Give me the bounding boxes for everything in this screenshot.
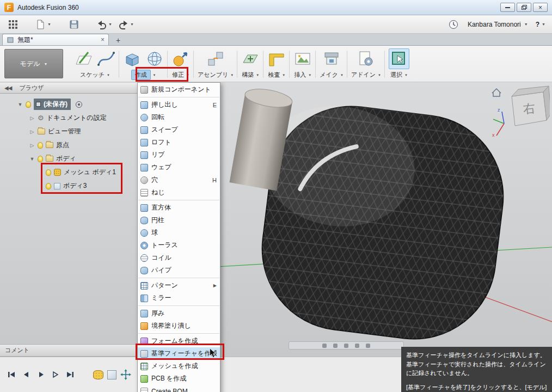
tree-row-mesh-body1[interactable]: メッシュ ボディ1 [3,166,143,179]
inspect-dropdown[interactable]: 検査 ▼ [268,70,285,80]
menu-item-thread[interactable]: ねじ [138,186,220,199]
sketch-dropdown[interactable]: スケッチ ▼ [80,70,110,80]
timeline-step-forward-button[interactable] [50,369,62,381]
tree-row-origin[interactable]: ▷ 原点 [3,139,143,151]
viewcube-home-icon[interactable] [492,89,501,96]
menu-item-sphere[interactable]: 球 [138,226,220,239]
restore-button[interactable] [517,3,531,12]
menu-item-boundary-fill[interactable]: 境界塗り潰し [138,320,220,332]
menu-item-coil[interactable]: コイル [138,252,220,264]
timeline-step-back-button[interactable] [20,369,32,381]
construction-plane-icon[interactable] [241,50,260,68]
viewcube[interactable]: 右 x z [489,83,550,138]
tree-row-body3[interactable]: ボディ3 [3,180,143,192]
menu-item-create-form[interactable]: フォームを作成 [138,335,220,347]
timeline-play-button[interactable] [35,369,47,381]
close-button[interactable]: × [533,3,548,12]
menu-item-box[interactable]: 直方体 [138,201,220,214]
redo-button[interactable]: ▼ [117,17,136,32]
expand-triangle-icon[interactable]: ▷ [29,115,35,121]
timeline-skip-start-button[interactable] [5,369,17,381]
expand-triangle-icon[interactable]: ▷ [29,143,35,148]
expand-triangle-icon[interactable]: ▼ [29,156,35,162]
pan-icon[interactable] [344,344,348,348]
sketch-spline-icon[interactable] [97,50,115,68]
look-at-icon[interactable] [333,344,338,348]
file-menu-button[interactable]: ▼ [34,17,53,32]
tree-row-bodies[interactable]: ▼ ボディ [3,152,143,165]
menu-item-mirror[interactable]: ミラー [138,292,220,304]
timeline-body-feature-icon[interactable] [107,370,116,379]
workspace-selector[interactable]: モデル ▼ [4,49,63,78]
modify-dropdown[interactable]: 修正 ▼ [172,70,189,80]
tree-row-named-views[interactable]: ▷ ビュー管理 [3,125,143,138]
menu-item-thicken[interactable]: 厚み [138,307,220,320]
navigation-bar[interactable] [289,341,404,350]
collapse-panel-icon[interactable]: ◀◀ [4,85,11,91]
press-pull-icon[interactable] [171,50,190,68]
account-menu-button[interactable]: Kanbara Tomonori ▼ [468,21,528,28]
menu-item-web[interactable]: ウェブ [138,161,220,174]
create-dropdown[interactable]: 作成 ▼ [131,70,156,80]
undo-button[interactable]: ▼ [95,17,114,32]
menu-item-torus[interactable]: トーラス [138,239,220,252]
timeline-mesh-body-feature-icon[interactable] [93,370,103,379]
document-tab[interactable]: 無題* × [2,34,109,45]
3d-print-icon[interactable] [322,50,341,68]
timeline-skip-end-button[interactable] [64,369,76,381]
comments-bar[interactable]: コメント [0,344,143,357]
addins-dropdown[interactable]: アドイン ▼ [351,70,381,80]
job-status-button[interactable] [447,17,460,32]
activate-component-icon[interactable] [76,101,82,108]
zoom-icon[interactable] [355,344,359,348]
construct-dropdown[interactable]: 構築 ▼ [242,70,259,80]
assemble-dropdown[interactable]: アセンブリ ▼ [198,70,234,80]
visibility-bulb-icon[interactable] [38,156,43,162]
extrude-icon[interactable] [123,50,142,68]
save-button[interactable] [67,17,81,32]
tree-row-document-settings[interactable]: ▷ ⚙ ドキュメントの設定 [3,112,143,124]
menu-item-pipe[interactable]: パイプ [138,264,220,277]
menu-item-create-pcb[interactable]: PCB を作成 [138,372,220,385]
menu-item-new-component[interactable]: 新規コンポーネント [138,83,220,96]
visibility-bulb-icon[interactable] [38,142,43,149]
tab-close-icon[interactable]: × [101,36,105,43]
visibility-bulb-icon[interactable] [46,169,51,176]
joint-icon[interactable] [206,50,225,68]
mirror-icon [140,295,148,302]
visibility-bulb-icon[interactable] [46,183,51,189]
create-sketch-icon[interactable] [75,50,93,68]
new-tab-button[interactable]: + [112,35,124,45]
menu-item-loft[interactable]: ロフト [138,136,220,149]
tree-row-root[interactable]: ▼ (未保存) [3,98,143,111]
menu-item-cylinder[interactable]: 円柱 [138,214,220,226]
minimize-button[interactable] [500,3,515,12]
menu-item-rib[interactable]: リブ [138,149,220,161]
menu-item-hole[interactable]: 穴 H [138,174,220,186]
visibility-bulb-icon[interactable] [26,101,31,108]
make-dropdown[interactable]: メイク ▼ [320,70,344,80]
caret-down-icon: ▼ [47,22,51,26]
menu-item-create-mesh[interactable]: メッシュを作成 [138,360,220,372]
insert-canvas-icon[interactable] [293,50,312,68]
timeline-move-feature-icon[interactable] [120,369,131,380]
orbit-icon[interactable] [322,344,327,348]
root-document-selected[interactable]: (未保存) [34,99,71,110]
measure-icon[interactable] [267,50,286,68]
select-icon[interactable] [390,50,408,68]
menu-item-create-base-feature[interactable]: 基準フィーチャを作成 [138,347,220,360]
help-menu-button[interactable]: ? ▼ [536,21,545,28]
menu-item-create-bom[interactable]: Create BOM [138,385,220,392]
menu-item-pattern[interactable]: パターン ▶ [138,279,220,292]
insert-dropdown[interactable]: 挿入 ▼ [294,70,311,80]
create-form-icon[interactable] [145,50,164,68]
expand-triangle-icon[interactable]: ▼ [17,102,23,107]
scripts-addins-icon[interactable] [357,50,375,68]
menu-item-sweep[interactable]: スイープ [138,124,220,136]
select-dropdown[interactable]: 選択 ▼ [390,70,408,80]
expand-triangle-icon[interactable]: ▷ [29,129,35,134]
menu-item-revolve[interactable]: 回転 [138,111,220,124]
display-settings-icon[interactable] [366,344,370,348]
app-launcher-button[interactable] [7,17,20,32]
menu-item-extrude[interactable]: 押し出し E [138,99,220,111]
